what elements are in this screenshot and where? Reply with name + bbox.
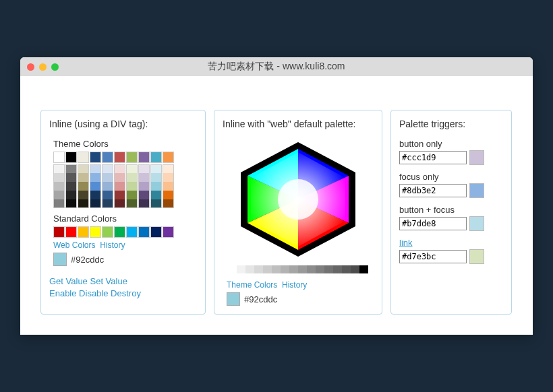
color-swatch[interactable] — [90, 164, 101, 173]
color-swatch[interactable] — [102, 199, 113, 208]
color-swatch[interactable] — [114, 152, 125, 163]
color-swatch[interactable] — [65, 164, 77, 173]
maximize-icon[interactable] — [51, 63, 59, 71]
color-swatch[interactable] — [65, 152, 77, 163]
color-swatch[interactable] — [78, 182, 89, 191]
color-swatch[interactable] — [126, 226, 138, 238]
color-swatch[interactable] — [53, 164, 65, 173]
theme-colors-link[interactable]: Theme Colors — [227, 280, 277, 290]
color-swatch[interactable] — [114, 226, 125, 238]
color-swatch[interactable] — [102, 191, 113, 199]
color-swatch[interactable] — [53, 191, 65, 199]
web-colors-link[interactable]: Web Colors — [53, 240, 95, 250]
color-swatch-button[interactable] — [469, 216, 484, 231]
color-swatch[interactable] — [53, 152, 65, 163]
color-swatch[interactable] — [138, 199, 150, 208]
color-swatch[interactable] — [281, 265, 289, 273]
color-swatch[interactable] — [163, 182, 174, 191]
color-swatch[interactable] — [78, 199, 89, 208]
color-swatch[interactable] — [138, 173, 150, 182]
color-swatch[interactable] — [333, 265, 342, 273]
disable-link[interactable]: Disable — [79, 288, 108, 298]
color-swatch[interactable] — [150, 191, 162, 199]
color-swatch[interactable] — [90, 226, 101, 238]
color-swatch[interactable] — [90, 182, 101, 191]
color-swatch[interactable] — [65, 226, 77, 238]
selected-swatch[interactable] — [227, 292, 240, 306]
color-swatch[interactable] — [138, 182, 150, 191]
color-swatch[interactable] — [126, 182, 138, 191]
color-input[interactable] — [399, 151, 467, 164]
color-input[interactable] — [399, 184, 467, 197]
color-swatch[interactable] — [90, 173, 101, 182]
color-swatch[interactable] — [53, 226, 65, 238]
set-value-link[interactable]: Set Value — [90, 276, 127, 286]
color-swatch[interactable] — [53, 173, 65, 182]
color-input[interactable] — [399, 217, 467, 230]
get-value-link[interactable]: Get Value — [49, 276, 88, 286]
color-swatch[interactable] — [324, 265, 333, 273]
color-swatch[interactable] — [90, 191, 101, 199]
color-swatch[interactable] — [102, 226, 113, 238]
color-swatch[interactable] — [65, 199, 77, 208]
color-swatch[interactable] — [163, 152, 174, 163]
color-swatch[interactable] — [78, 191, 89, 199]
color-swatch[interactable] — [150, 173, 162, 182]
color-swatch[interactable] — [228, 265, 237, 273]
color-swatch[interactable] — [114, 182, 125, 191]
color-swatch[interactable] — [114, 191, 125, 199]
color-swatch[interactable] — [163, 199, 174, 208]
color-swatch[interactable] — [237, 265, 245, 273]
color-swatch-button[interactable] — [469, 249, 484, 264]
color-swatch[interactable] — [53, 199, 65, 208]
color-swatch[interactable] — [163, 164, 174, 173]
history-link[interactable]: History — [100, 240, 125, 250]
color-swatch[interactable] — [316, 265, 324, 273]
color-swatch[interactable] — [163, 191, 174, 199]
color-swatch[interactable] — [78, 226, 89, 238]
color-swatch[interactable] — [90, 152, 101, 163]
color-swatch[interactable] — [65, 182, 77, 191]
color-swatch[interactable] — [102, 152, 113, 163]
selected-swatch[interactable] — [53, 253, 67, 266]
color-swatch[interactable] — [102, 164, 113, 173]
color-swatch[interactable] — [126, 191, 138, 199]
color-swatch[interactable] — [138, 191, 150, 199]
history-link[interactable]: History — [282, 280, 307, 290]
color-swatch[interactable] — [150, 182, 162, 191]
color-swatch[interactable] — [102, 182, 113, 191]
color-swatch[interactable] — [65, 191, 77, 199]
destroy-link[interactable]: Destroy — [111, 288, 141, 298]
web-palette-hexagon[interactable] — [223, 139, 374, 260]
color-swatch[interactable] — [126, 173, 138, 182]
color-swatch[interactable] — [163, 173, 174, 182]
close-icon[interactable] — [27, 63, 34, 71]
color-swatch[interactable] — [126, 164, 138, 173]
color-swatch[interactable] — [272, 265, 281, 273]
color-swatch[interactable] — [150, 164, 162, 173]
color-swatch[interactable] — [351, 265, 359, 273]
color-swatch[interactable] — [359, 265, 368, 273]
color-swatch[interactable] — [126, 152, 138, 163]
color-swatch[interactable] — [114, 199, 125, 208]
color-swatch[interactable] — [263, 265, 272, 273]
color-swatch[interactable] — [138, 152, 150, 163]
color-swatch[interactable] — [289, 265, 298, 273]
color-swatch[interactable] — [150, 199, 162, 208]
color-swatch-button[interactable] — [469, 183, 484, 198]
color-swatch[interactable] — [342, 265, 351, 273]
color-swatch[interactable] — [150, 152, 162, 163]
color-swatch[interactable] — [78, 164, 89, 173]
color-swatch[interactable] — [163, 226, 174, 238]
color-swatch[interactable] — [102, 173, 113, 182]
color-swatch[interactable] — [126, 199, 138, 208]
color-swatch[interactable] — [245, 265, 254, 273]
color-swatch[interactable] — [307, 265, 316, 273]
color-swatch[interactable] — [53, 182, 65, 191]
minimize-icon[interactable] — [39, 63, 47, 71]
color-swatch[interactable] — [90, 199, 101, 208]
color-swatch[interactable] — [150, 226, 162, 238]
color-swatch[interactable] — [78, 173, 89, 182]
enable-link[interactable]: Enable — [49, 288, 76, 298]
color-swatch[interactable] — [298, 265, 307, 273]
